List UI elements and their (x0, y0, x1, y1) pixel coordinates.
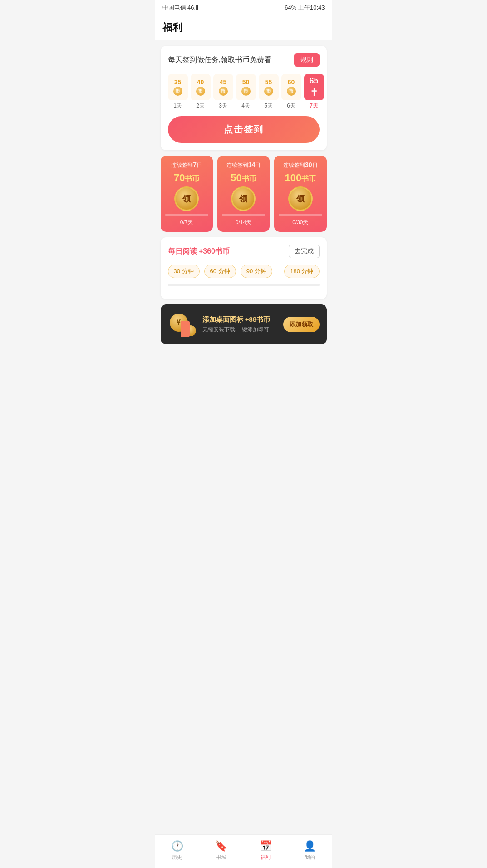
nav-icon-书城: 🔖 (215, 840, 227, 852)
streak-days-0: 7 (193, 161, 197, 168)
days-grid: 35币1天40币2天45币3天50币4天55币5天60币6天65✝7天 (168, 74, 320, 110)
streak-card-2: 连续签到30日 100书币 领 0/30天 (274, 156, 326, 232)
banner-title-text: 添加桌面图标 (202, 315, 243, 323)
status-right: 64% 上午10:43 (285, 4, 325, 12)
nav-item-书城[interactable]: 🔖 书城 (208, 839, 235, 863)
day-label-3: 3天 (219, 102, 227, 110)
streak-progress-bar-1 (222, 214, 265, 216)
checkin-button[interactable]: 点击签到 (168, 116, 320, 143)
nav-item-我的[interactable]: 👤 我的 (296, 839, 323, 863)
streak-days-2: 30 (305, 161, 312, 168)
bottom-nav: 🕐 历史 🔖 书城 📅 福利 👤 我的 (155, 834, 332, 868)
day-item-2: 40币2天 (191, 74, 211, 110)
reading-progress-bar (168, 284, 320, 286)
day-label-4: 4天 (241, 102, 250, 110)
streak-card-1: 连续签到14日 50书币 领 0/14天 (217, 156, 270, 232)
coin-icon: 币 (219, 87, 228, 96)
rules-button[interactable]: 规则 (294, 53, 320, 67)
collect-button-0[interactable]: 领 (174, 186, 199, 211)
reading-badge-0: 30 分钟 (168, 265, 200, 278)
day-label-6: 6天 (287, 102, 295, 110)
nav-icon-历史: 🕐 (171, 840, 183, 852)
streak-coins-1: 50书币 (231, 172, 256, 184)
day-coins-4: 50 (242, 78, 250, 86)
day-label-5: 5天 (264, 102, 273, 110)
carrier-text: 中国电信 46.ll (162, 4, 198, 12)
coin-icon: 币 (196, 87, 205, 96)
banner-icon-area (168, 310, 197, 339)
day-box-5: 55币 (259, 74, 279, 100)
banner-subtitle: 无需安装下载,一键添加即可 (202, 326, 278, 333)
day-coins-7: 65 (309, 76, 318, 86)
streak-coins-0: 70书币 (174, 172, 199, 184)
reading-card: 每日阅读 +360书币 去完成 30 分钟60 分钟90 分钟180 分钟 (161, 237, 327, 299)
day-box-6: 60币 (281, 74, 301, 100)
nav-icon-我的: 👤 (304, 840, 316, 852)
collect-button-1[interactable]: 领 (231, 186, 256, 211)
day-item-4: 50币4天 (236, 74, 256, 110)
reading-title-prefix: 每日阅读 (168, 247, 197, 255)
nav-label-我的: 我的 (305, 854, 315, 861)
banner-coins-pile (168, 310, 197, 339)
day-box-3: 45币 (213, 74, 233, 100)
day-item-7: 65✝7天 (304, 74, 324, 110)
banner-card: 添加桌面图标 +88书币 无需安装下载,一键添加即可 添加领取 (161, 304, 327, 344)
coin-icon: 币 (287, 87, 296, 96)
streak-coins-2: 100书币 (285, 172, 316, 184)
day-label-7: 7天 (310, 102, 318, 110)
day-item-5: 55币5天 (259, 74, 279, 110)
day-coins-6: 60 (288, 78, 295, 86)
banner-action-button[interactable]: 添加领取 (283, 317, 320, 332)
reading-badge-1: 60 分钟 (204, 265, 236, 278)
day-coins-1: 35 (174, 78, 182, 86)
day-box-7: 65✝ (304, 74, 324, 100)
streak-progress-bar-2 (279, 214, 322, 216)
main-content: 每天签到做任务,领取书币免费看 规则 35币1天40币2天45币3天50币4天5… (155, 40, 332, 381)
nav-label-历史: 历史 (172, 854, 182, 861)
day-coins-5: 55 (265, 78, 272, 86)
day-box-4: 50币 (236, 74, 256, 100)
reading-title: 每日阅读 +360书币 (168, 247, 230, 256)
nav-icon-福利: 📅 (260, 840, 272, 852)
reading-badges: 30 分钟60 分钟90 分钟180 分钟 (168, 265, 320, 278)
status-bar: 中国电信 46.ll 64% 上午10:43 (155, 0, 332, 15)
streak-count-0: 0/7天 (180, 219, 193, 226)
day-label-1: 1天 (173, 102, 182, 110)
banner-title-highlight: +88书币 (245, 315, 270, 323)
checkin-header: 每天签到做任务,领取书币免费看 规则 (168, 53, 320, 67)
banner-title: 添加桌面图标 +88书币 (202, 315, 278, 324)
checkin-card: 每天签到做任务,领取书币免费看 规则 35币1天40币2天45币3天50币4天5… (161, 46, 327, 150)
reading-coins-label: +360书币 (199, 247, 230, 255)
streak-days-1: 14 (248, 161, 256, 168)
battery-text: 64% (285, 4, 296, 11)
checkin-slogan: 每天签到做任务,领取书币免费看 (168, 55, 271, 65)
reading-badge-3: 180 分钟 (284, 265, 319, 278)
page-header: 福利 (155, 15, 332, 40)
collect-button-2[interactable]: 领 (288, 186, 313, 211)
day-item-1: 35币1天 (168, 74, 188, 110)
streak-card-0: 连续签到7日 70书币 领 0/7天 (161, 156, 213, 232)
streak-progress-bar-0 (165, 214, 208, 216)
nav-label-福利: 福利 (261, 854, 271, 861)
gift-icon: ✝ (310, 87, 318, 98)
day-box-1: 35币 (168, 74, 188, 100)
go-complete-button[interactable]: 去完成 (289, 245, 320, 258)
coin-icon: 币 (241, 87, 251, 96)
nav-item-福利[interactable]: 📅 福利 (252, 839, 279, 863)
streak-row: 连续签到7日 70书币 领 0/7天 连续签到14日 50书币 领 0/14天 … (161, 156, 327, 232)
day-box-2: 40币 (191, 74, 211, 100)
streak-title-2: 连续签到30日 (283, 161, 318, 169)
banner-text: 添加桌面图标 +88书币 无需安装下载,一键添加即可 (202, 315, 278, 333)
banner-person (181, 321, 190, 337)
day-item-6: 60币6天 (281, 74, 301, 110)
day-label-2: 2天 (196, 102, 205, 110)
reading-header: 每日阅读 +360书币 去完成 (168, 245, 320, 258)
streak-count-1: 0/14天 (236, 219, 251, 226)
page-title: 福利 (162, 21, 325, 34)
time-text: 上午10:43 (298, 4, 325, 11)
nav-item-历史[interactable]: 🕐 历史 (164, 839, 191, 863)
day-coins-2: 40 (197, 78, 204, 86)
coin-icon: 币 (173, 87, 182, 96)
day-coins-3: 45 (220, 78, 227, 86)
streak-title-1: 连续签到14日 (226, 161, 261, 169)
